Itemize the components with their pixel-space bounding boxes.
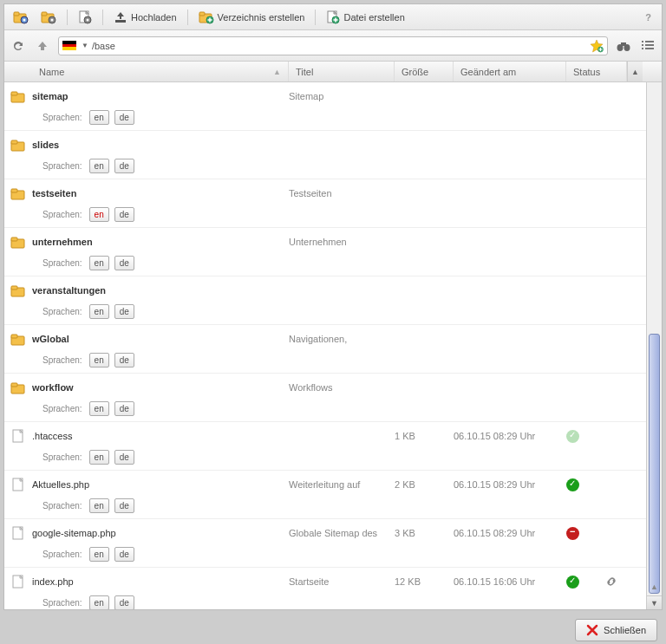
up-button[interactable]: [34, 37, 51, 55]
file-name: Aktuelles.php: [32, 479, 289, 490]
scrollbar-thumb[interactable]: [649, 334, 660, 594]
file-icon: [4, 526, 32, 540]
table-row[interactable]: wGlobalNavigationen,Sprachen:ende: [4, 325, 662, 374]
upload-button[interactable]: Hochladen: [110, 8, 180, 27]
svg-rect-25: [642, 48, 643, 49]
list-view-button[interactable]: [639, 37, 656, 55]
table-row[interactable]: unternehmenUnternehmenSprachen:ende: [4, 228, 662, 276]
lang-en-button[interactable]: en: [89, 353, 109, 368]
arrow-up-icon: [36, 40, 49, 52]
lang-de-button[interactable]: de: [114, 595, 134, 609]
scroll-down-button[interactable]: ▼: [647, 595, 662, 609]
svg-rect-1: [14, 12, 19, 16]
lang-en-button[interactable]: en: [89, 401, 109, 416]
folder-icon: [4, 236, 32, 249]
link-icon[interactable]: [604, 575, 618, 589]
lang-de-button[interactable]: de: [114, 353, 134, 368]
help-button[interactable]: ?: [640, 10, 656, 24]
toolbar-folder-button[interactable]: [37, 8, 60, 27]
folder-icon: [4, 333, 32, 346]
table-row[interactable]: testseitenTestseitenSprachen:ende: [4, 179, 662, 228]
lang-de-button[interactable]: de: [114, 498, 134, 513]
col-name-header[interactable]: Name ▲: [32, 62, 289, 81]
table-row[interactable]: sitemapSitemapSprachen:ende: [4, 82, 662, 131]
table-row[interactable]: google-sitemap.phpGlobale Sitemap des3 K…: [4, 519, 662, 568]
lang-en-button[interactable]: en: [89, 256, 109, 270]
lang-de-button[interactable]: de: [114, 256, 134, 270]
lang-de-button[interactable]: de: [114, 450, 134, 465]
folder-icon: [4, 139, 32, 152]
close-button[interactable]: Schließen: [575, 619, 657, 641]
lang-en-button[interactable]: en: [89, 159, 109, 173]
lang-en-button[interactable]: en: [89, 547, 109, 562]
create-file-label: Datei erstellen: [343, 12, 404, 23]
file-icon: [4, 429, 32, 443]
grid-body: sitemapSitemapSprachen:endeslidesSprache…: [4, 82, 662, 609]
refresh-button[interactable]: [10, 37, 27, 55]
lang-en-button[interactable]: en: [89, 595, 109, 609]
path-bar[interactable]: ▼ /base: [58, 36, 608, 55]
lang-de-button[interactable]: de: [114, 401, 134, 416]
folder-icon: [4, 187, 32, 200]
favorite-button[interactable]: [590, 39, 604, 53]
col-size-header[interactable]: Größe: [395, 62, 454, 81]
file-name: .htaccess: [32, 431, 289, 441]
lang-en-button[interactable]: en: [89, 450, 109, 465]
upload-icon: [114, 10, 127, 24]
svg-rect-26: [645, 48, 654, 49]
file-date: 06.10.15 08:29 Uhr: [454, 479, 566, 490]
file-icon: [4, 575, 32, 589]
list-icon: [641, 40, 655, 52]
svg-rect-11: [115, 20, 126, 23]
folder-icon: [4, 284, 32, 297]
nav-toolbar: ▼ /base: [4, 30, 662, 62]
svg-rect-34: [11, 237, 17, 241]
close-label: Schließen: [604, 625, 646, 635]
file-name: unternehmen: [32, 237, 289, 247]
toolbar-folder-gear-button[interactable]: [10, 8, 32, 27]
footer: Schließen: [0, 614, 666, 641]
file-title: Workflows: [289, 382, 395, 393]
col-status-header[interactable]: Status: [566, 62, 627, 81]
lang-en-button[interactable]: en: [89, 304, 109, 319]
lang-en-button[interactable]: en: [89, 207, 109, 222]
svg-rect-20: [621, 42, 626, 46]
toolbar-file-gear-button[interactable]: [75, 8, 95, 27]
binoculars-button[interactable]: [615, 37, 632, 55]
lang-de-button[interactable]: de: [114, 110, 134, 125]
svg-rect-5: [42, 12, 47, 16]
dropdown-arrow-icon[interactable]: ▼: [82, 42, 88, 49]
col-title-header[interactable]: Titel: [289, 62, 395, 81]
col-date-header[interactable]: Geändert am: [454, 62, 566, 81]
status-ok-icon: [566, 576, 579, 589]
file-date: 06.10.15 16:06 Uhr: [454, 576, 566, 587]
table-row[interactable]: Aktuelles.phpWeiterleitung auf2 KB06.10.…: [4, 471, 662, 519]
lang-en-button[interactable]: en: [89, 110, 109, 125]
folder-icon: [4, 90, 32, 103]
file-icon: [4, 478, 32, 491]
create-dir-button[interactable]: Verzeichnis erstellen: [195, 8, 309, 27]
scroll-collapse-button[interactable]: ▲: [647, 580, 662, 594]
binoculars-icon: [616, 39, 631, 53]
table-row[interactable]: .htaccess1 KB06.10.15 08:29 UhrSprachen:…: [4, 422, 662, 471]
scroll-up-button[interactable]: ▲: [627, 62, 643, 81]
lang-de-button[interactable]: de: [114, 207, 134, 222]
file-title: Weiterleitung auf: [289, 479, 395, 490]
create-file-button[interactable]: Datei erstellen: [323, 8, 408, 27]
table-row[interactable]: veranstaltungenSprachen:ende: [4, 276, 662, 325]
svg-rect-38: [11, 335, 17, 338]
close-icon: [586, 624, 598, 636]
table-row[interactable]: index.phpStartseite12 KB06.10.15 16:06 U…: [4, 568, 662, 609]
lang-de-button[interactable]: de: [114, 159, 134, 173]
lang-de-button[interactable]: de: [114, 547, 134, 562]
file-name: google-sitemap.php: [32, 528, 289, 538]
table-row[interactable]: workflowWorkflowsSprachen:ende: [4, 374, 662, 422]
table-row[interactable]: slidesSprachen:ende: [4, 131, 662, 179]
lang-en-button[interactable]: en: [89, 498, 109, 513]
status-ok-light-icon: [566, 430, 579, 443]
lang-de-button[interactable]: de: [114, 304, 134, 319]
path-text: /base: [92, 41, 115, 51]
vertical-scrollbar[interactable]: ▲ ▼: [646, 82, 662, 609]
file-title: Unternehmen: [289, 237, 395, 247]
grid-header: Name ▲ Titel Größe Geändert am Status ▲: [4, 62, 662, 82]
